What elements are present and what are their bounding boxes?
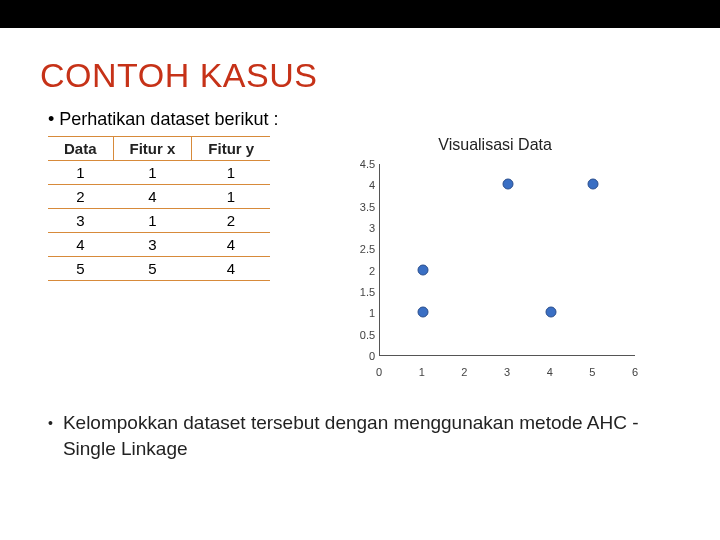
intro-bullet: • xyxy=(48,109,59,129)
cell: 1 xyxy=(192,161,270,185)
dataset-table-wrap: Data Fitur x Fitur y 1 1 1 2 4 1 xyxy=(40,136,270,281)
table-header-row: Data Fitur x Fitur y xyxy=(48,137,270,161)
th-data: Data xyxy=(48,137,113,161)
y-tick-label: 2.5 xyxy=(345,243,375,255)
cell: 1 xyxy=(113,209,192,233)
x-tick-label: 4 xyxy=(547,366,553,378)
th-fiturx: Fitur x xyxy=(113,137,192,161)
y-tick-label: 1 xyxy=(345,307,375,319)
bullet-text: Kelompokkan dataset tersebut dengan meng… xyxy=(63,410,680,461)
data-point xyxy=(545,307,556,318)
cell: 5 xyxy=(113,257,192,281)
bullet-item: • Kelompokkan dataset tersebut dengan me… xyxy=(48,410,680,461)
table-row: 2 4 1 xyxy=(48,185,270,209)
data-point xyxy=(417,264,428,275)
data-point xyxy=(503,179,514,190)
table-row: 1 1 1 xyxy=(48,161,270,185)
y-tick-label: 3 xyxy=(345,222,375,234)
slide-body: CONTOH KASUS • Perhatikan dataset beriku… xyxy=(0,28,720,477)
table-row: 3 1 2 xyxy=(48,209,270,233)
slide-top-bar xyxy=(0,0,720,28)
x-tick-label: 6 xyxy=(632,366,638,378)
x-tick-label: 1 xyxy=(419,366,425,378)
chart-title: Visualisasi Data xyxy=(310,136,680,154)
cell: 2 xyxy=(48,185,113,209)
th-fitury: Fitur y xyxy=(192,137,270,161)
data-point xyxy=(417,307,428,318)
intro-text: • Perhatikan dataset berikut : xyxy=(48,109,680,130)
cell: 4 xyxy=(113,185,192,209)
intro-content: Perhatikan dataset berikut : xyxy=(59,109,278,129)
y-tick-label: 0 xyxy=(345,350,375,362)
cell: 5 xyxy=(48,257,113,281)
bullet-marker: • xyxy=(48,410,53,461)
y-tick-label: 2 xyxy=(345,265,375,277)
chart-column: Visualisasi Data 00.511.522.533.544.5012… xyxy=(310,136,680,380)
chart-plot-area xyxy=(379,164,635,356)
slide-title: CONTOH KASUS xyxy=(40,56,680,95)
y-tick-label: 4 xyxy=(345,179,375,191)
cell: 1 xyxy=(113,161,192,185)
cell: 3 xyxy=(48,209,113,233)
y-tick-label: 4.5 xyxy=(345,158,375,170)
dataset-table: Data Fitur x Fitur y 1 1 1 2 4 1 xyxy=(48,136,270,281)
data-point xyxy=(588,179,599,190)
cell: 4 xyxy=(192,233,270,257)
content-row: Data Fitur x Fitur y 1 1 1 2 4 1 xyxy=(40,136,680,380)
cell: 4 xyxy=(48,233,113,257)
cell: 1 xyxy=(192,185,270,209)
table-row: 4 3 4 xyxy=(48,233,270,257)
y-tick-label: 3.5 xyxy=(345,201,375,213)
x-tick-label: 0 xyxy=(376,366,382,378)
x-tick-label: 5 xyxy=(589,366,595,378)
x-tick-label: 2 xyxy=(461,366,467,378)
cell: 3 xyxy=(113,233,192,257)
cell: 4 xyxy=(192,257,270,281)
scatter-chart: 00.511.522.533.544.50123456 xyxy=(345,160,645,380)
cell: 2 xyxy=(192,209,270,233)
table-row: 5 5 4 xyxy=(48,257,270,281)
y-tick-label: 1.5 xyxy=(345,286,375,298)
y-tick-label: 0.5 xyxy=(345,329,375,341)
x-tick-label: 3 xyxy=(504,366,510,378)
cell: 1 xyxy=(48,161,113,185)
